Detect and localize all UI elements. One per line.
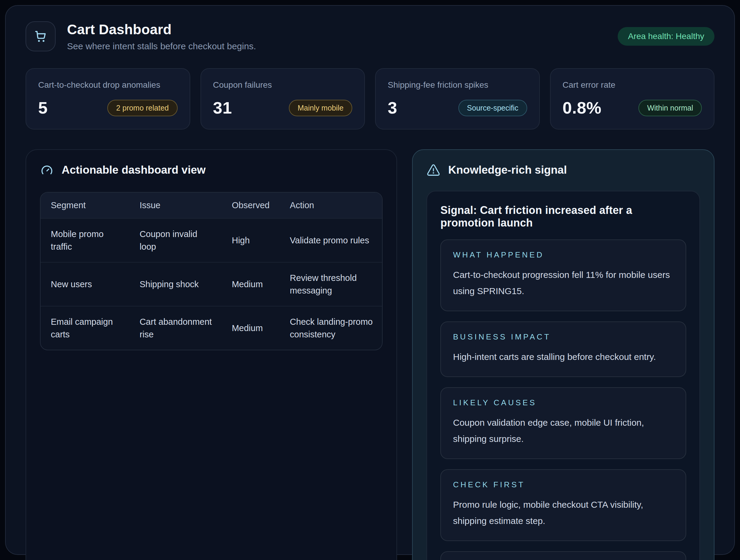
stat-label: Cart-to-checkout drop anomalies xyxy=(38,80,178,90)
stat-value: 31 xyxy=(213,98,232,117)
section-check-first: CHECK FIRST Promo rule logic, mobile che… xyxy=(440,469,686,541)
stat-value: 5 xyxy=(38,98,48,117)
stat-badge: Source-specific xyxy=(458,100,527,116)
section-label: CHECK FIRST xyxy=(453,480,673,489)
section-business-impact: BUSINESS IMPACT High-intent carts are st… xyxy=(440,322,686,377)
dashboard-container: Cart Dashboard See where intent stalls b… xyxy=(5,5,735,555)
stat-badge: Mainly mobile xyxy=(289,100,352,116)
panels-row: Actionable dashboard view Segment Issue … xyxy=(25,149,715,538)
section-text: Cart-to-checkout progression fell 11% fo… xyxy=(453,267,673,299)
stat-value: 0.8% xyxy=(563,98,602,117)
stat-label: Coupon failures xyxy=(213,80,353,90)
cell-action: Check landing-promo consistency xyxy=(280,306,382,350)
panel-title: Knowledge-rich signal xyxy=(448,164,567,176)
header-text: Cart Dashboard See where intent stalls b… xyxy=(67,21,256,51)
section-label: BUSINESS IMPACT xyxy=(453,332,673,342)
table-header-row: Segment Issue Observed Action xyxy=(40,193,382,218)
section-text: Promo rule logic, mobile checkout CTA vi… xyxy=(453,496,673,529)
cell-segment: New users xyxy=(40,262,129,306)
cell-action: Validate promo rules xyxy=(280,218,382,262)
table-row: Email campaign carts Cart abandonment ri… xyxy=(40,306,382,350)
stat-card-drop-anomalies: Cart-to-checkout drop anomalies 5 2 prom… xyxy=(25,68,190,129)
section-label: LIKELY CAUSES xyxy=(453,398,673,408)
signal-title: Signal: Cart friction increased after a … xyxy=(440,204,686,229)
cell-action: Review threshold messaging xyxy=(280,262,382,306)
cell-issue: Shipping shock xyxy=(129,262,221,306)
cart-icon xyxy=(25,21,56,51)
page-subtitle: See where intent stalls before checkout … xyxy=(67,41,256,51)
gauge-icon xyxy=(40,163,54,177)
section-text: High-intent carts are stalling before ch… xyxy=(453,349,673,365)
section-confirm-resolved: CONFIRM RESOLVED Cart-to-checkout rate r… xyxy=(440,551,686,560)
page-background: Cart Dashboard See where intent stalls b… xyxy=(0,0,740,560)
section-likely-causes: LIKELY CAUSES Coupon validation edge cas… xyxy=(440,387,686,459)
section-text: Coupon validation edge case, mobile UI f… xyxy=(453,415,673,447)
knowledge-signal-panel: Knowledge-rich signal Signal: Cart frict… xyxy=(412,149,715,560)
column-header-observed: Observed xyxy=(221,193,280,218)
stat-value: 3 xyxy=(388,98,397,117)
stat-card-shipping-friction: Shipping-fee friction spikes 3 Source-sp… xyxy=(375,68,540,129)
signal-card: Signal: Cart friction increased after a … xyxy=(427,191,700,560)
cell-segment: Mobile promo traffic xyxy=(40,218,129,262)
segments-table: Segment Issue Observed Action Mobile pro… xyxy=(40,192,383,350)
section-what-happened: WHAT HAPPENED Cart-to-checkout progressi… xyxy=(440,239,686,311)
stat-badge: 2 promo related xyxy=(107,100,177,116)
column-header-issue: Issue xyxy=(129,193,221,218)
header: Cart Dashboard See where intent stalls b… xyxy=(25,21,715,51)
stat-card-coupon-failures: Coupon failures 31 Mainly mobile xyxy=(200,68,365,129)
cell-observed: Medium xyxy=(221,306,280,350)
cell-issue: Cart abandonment rise xyxy=(129,306,221,350)
stat-badge: Within normal xyxy=(638,100,702,116)
stat-card-error-rate: Cart error rate 0.8% Within normal xyxy=(550,68,715,129)
cell-segment: Email campaign carts xyxy=(40,306,129,350)
cell-observed: High xyxy=(221,218,280,262)
cell-observed: Medium xyxy=(221,262,280,306)
table-row: New users Shipping shock Medium Review t… xyxy=(40,262,382,306)
actionable-dashboard-panel: Actionable dashboard view Segment Issue … xyxy=(25,149,397,560)
stat-label: Cart error rate xyxy=(563,80,702,90)
panel-title: Actionable dashboard view xyxy=(62,164,206,176)
stat-label: Shipping-fee friction spikes xyxy=(388,80,527,90)
table-row: Mobile promo traffic Coupon invalid loop… xyxy=(40,218,382,262)
column-header-action: Action xyxy=(280,193,382,218)
warning-icon xyxy=(427,163,440,177)
section-label: WHAT HAPPENED xyxy=(453,250,673,259)
area-health-badge: Area health: Healthy xyxy=(618,27,715,46)
page-title: Cart Dashboard xyxy=(67,21,256,37)
cell-issue: Coupon invalid loop xyxy=(129,218,221,262)
stat-cards-row: Cart-to-checkout drop anomalies 5 2 prom… xyxy=(25,68,715,129)
column-header-segment: Segment xyxy=(40,193,129,218)
